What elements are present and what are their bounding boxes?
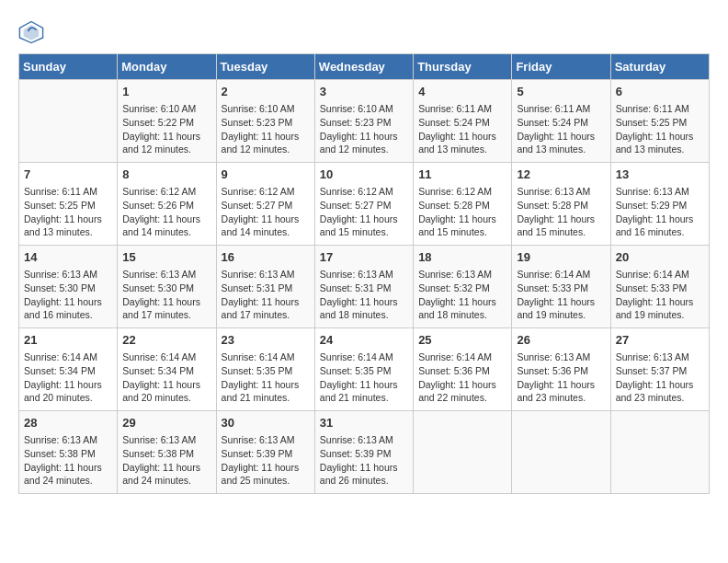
day-number: 12	[517, 167, 605, 183]
day-info: Sunrise: 6:13 AM Sunset: 5:32 PM Dayligh…	[418, 268, 506, 322]
calendar-cell: 18Sunrise: 6:13 AM Sunset: 5:32 PM Dayli…	[414, 246, 512, 328]
day-number: 11	[418, 167, 506, 183]
calendar-cell: 29Sunrise: 6:13 AM Sunset: 5:38 PM Dayli…	[118, 411, 216, 494]
calendar-cell: 11Sunrise: 6:12 AM Sunset: 5:28 PM Dayli…	[414, 163, 512, 246]
calendar-cell: 7Sunrise: 6:11 AM Sunset: 5:25 PM Daylig…	[19, 163, 118, 246]
day-number: 13	[616, 167, 704, 183]
column-header-wednesday: Wednesday	[314, 54, 413, 80]
day-number: 18	[418, 249, 506, 266]
calendar-cell: 21Sunrise: 6:14 AM Sunset: 5:34 PM Dayli…	[19, 328, 118, 411]
day-number: 22	[122, 332, 210, 349]
calendar-week-row: 14Sunrise: 6:13 AM Sunset: 5:30 PM Dayli…	[19, 246, 710, 328]
day-number: 23	[222, 332, 310, 349]
calendar-cell: 13Sunrise: 6:13 AM Sunset: 5:29 PM Dayli…	[610, 163, 709, 246]
day-info: Sunrise: 6:13 AM Sunset: 5:38 PM Dayligh…	[24, 433, 112, 488]
day-info: Sunrise: 6:11 AM Sunset: 5:25 PM Dayligh…	[24, 185, 112, 239]
day-number: 24	[320, 332, 408, 349]
column-header-sunday: Sunday	[19, 54, 118, 80]
day-info: Sunrise: 6:14 AM Sunset: 5:36 PM Dayligh…	[418, 350, 506, 405]
calendar-table: SundayMondayTuesdayWednesdayThursdayFrid…	[18, 53, 710, 494]
day-number: 19	[517, 249, 605, 266]
day-number: 28	[24, 415, 112, 431]
day-number: 2	[222, 84, 310, 100]
day-info: Sunrise: 6:12 AM Sunset: 5:26 PM Dayligh…	[122, 185, 210, 239]
day-info: Sunrise: 6:13 AM Sunset: 5:38 PM Dayligh…	[122, 433, 210, 488]
calendar-cell: 22Sunrise: 6:14 AM Sunset: 5:34 PM Dayli…	[118, 328, 216, 411]
calendar-cell	[19, 80, 118, 163]
day-info: Sunrise: 6:11 AM Sunset: 5:24 PM Dayligh…	[517, 102, 605, 156]
day-info: Sunrise: 6:10 AM Sunset: 5:23 PM Dayligh…	[320, 102, 408, 156]
day-info: Sunrise: 6:13 AM Sunset: 5:30 PM Dayligh…	[122, 268, 210, 322]
calendar-cell: 26Sunrise: 6:13 AM Sunset: 5:36 PM Dayli…	[512, 328, 610, 411]
day-info: Sunrise: 6:13 AM Sunset: 5:31 PM Dayligh…	[320, 268, 408, 322]
day-info: Sunrise: 6:11 AM Sunset: 5:24 PM Dayligh…	[418, 102, 506, 156]
day-info: Sunrise: 6:14 AM Sunset: 5:33 PM Dayligh…	[616, 268, 704, 322]
day-info: Sunrise: 6:13 AM Sunset: 5:31 PM Dayligh…	[222, 268, 310, 322]
calendar-cell: 6Sunrise: 6:11 AM Sunset: 5:25 PM Daylig…	[610, 80, 709, 163]
day-number: 7	[24, 167, 112, 183]
calendar-week-row: 21Sunrise: 6:14 AM Sunset: 5:34 PM Dayli…	[19, 328, 710, 411]
page-header	[18, 18, 710, 44]
day-info: Sunrise: 6:14 AM Sunset: 5:34 PM Dayligh…	[24, 350, 112, 405]
day-number: 3	[320, 84, 408, 100]
calendar-cell: 5Sunrise: 6:11 AM Sunset: 5:24 PM Daylig…	[512, 80, 610, 163]
calendar-cell: 14Sunrise: 6:13 AM Sunset: 5:30 PM Dayli…	[19, 246, 118, 328]
calendar-week-row: 7Sunrise: 6:11 AM Sunset: 5:25 PM Daylig…	[19, 163, 710, 246]
day-number: 14	[24, 249, 112, 266]
day-info: Sunrise: 6:14 AM Sunset: 5:34 PM Dayligh…	[122, 350, 210, 405]
logo	[18, 18, 48, 44]
day-number: 4	[418, 84, 506, 100]
column-header-tuesday: Tuesday	[216, 54, 314, 80]
day-number: 9	[222, 167, 310, 183]
calendar-cell: 4Sunrise: 6:11 AM Sunset: 5:24 PM Daylig…	[414, 80, 512, 163]
day-number: 8	[122, 167, 210, 183]
calendar-header-row: SundayMondayTuesdayWednesdayThursdayFrid…	[19, 54, 710, 80]
day-info: Sunrise: 6:14 AM Sunset: 5:35 PM Dayligh…	[320, 350, 408, 405]
day-number: 25	[418, 332, 506, 349]
calendar-cell: 24Sunrise: 6:14 AM Sunset: 5:35 PM Dayli…	[314, 328, 413, 411]
day-info: Sunrise: 6:12 AM Sunset: 5:27 PM Dayligh…	[320, 185, 408, 239]
day-info: Sunrise: 6:13 AM Sunset: 5:29 PM Dayligh…	[616, 185, 704, 239]
calendar-cell: 12Sunrise: 6:13 AM Sunset: 5:28 PM Dayli…	[512, 163, 610, 246]
day-number: 1	[122, 84, 210, 100]
day-info: Sunrise: 6:14 AM Sunset: 5:33 PM Dayligh…	[517, 268, 605, 322]
day-number: 16	[222, 249, 310, 266]
day-number: 20	[616, 249, 704, 266]
day-number: 10	[320, 167, 408, 183]
day-number: 15	[122, 249, 210, 266]
day-number: 31	[320, 415, 408, 431]
calendar-cell: 20Sunrise: 6:14 AM Sunset: 5:33 PM Dayli…	[610, 246, 709, 328]
day-number: 26	[517, 332, 605, 349]
day-number: 29	[122, 415, 210, 431]
column-header-saturday: Saturday	[610, 54, 709, 80]
day-info: Sunrise: 6:13 AM Sunset: 5:37 PM Dayligh…	[616, 350, 704, 405]
calendar-cell: 27Sunrise: 6:13 AM Sunset: 5:37 PM Dayli…	[610, 328, 709, 411]
calendar-cell: 19Sunrise: 6:14 AM Sunset: 5:33 PM Dayli…	[512, 246, 610, 328]
day-info: Sunrise: 6:10 AM Sunset: 5:22 PM Dayligh…	[122, 102, 210, 156]
day-info: Sunrise: 6:11 AM Sunset: 5:25 PM Dayligh…	[616, 102, 704, 156]
day-number: 30	[222, 415, 310, 431]
day-number: 21	[24, 332, 112, 349]
calendar-week-row: 28Sunrise: 6:13 AM Sunset: 5:38 PM Dayli…	[19, 411, 710, 494]
day-info: Sunrise: 6:13 AM Sunset: 5:36 PM Dayligh…	[517, 350, 605, 405]
day-info: Sunrise: 6:13 AM Sunset: 5:39 PM Dayligh…	[320, 433, 408, 488]
calendar-cell: 17Sunrise: 6:13 AM Sunset: 5:31 PM Dayli…	[314, 246, 413, 328]
column-header-thursday: Thursday	[414, 54, 512, 80]
day-number: 17	[320, 249, 408, 266]
calendar-cell: 31Sunrise: 6:13 AM Sunset: 5:39 PM Dayli…	[314, 411, 413, 494]
calendar-cell: 8Sunrise: 6:12 AM Sunset: 5:26 PM Daylig…	[118, 163, 216, 246]
calendar-week-row: 1Sunrise: 6:10 AM Sunset: 5:22 PM Daylig…	[19, 80, 710, 163]
calendar-cell: 9Sunrise: 6:12 AM Sunset: 5:27 PM Daylig…	[216, 163, 314, 246]
day-info: Sunrise: 6:12 AM Sunset: 5:27 PM Dayligh…	[222, 185, 310, 239]
calendar-cell	[610, 411, 709, 494]
calendar-cell: 30Sunrise: 6:13 AM Sunset: 5:39 PM Dayli…	[216, 411, 314, 494]
day-info: Sunrise: 6:14 AM Sunset: 5:35 PM Dayligh…	[222, 350, 310, 405]
column-header-monday: Monday	[118, 54, 216, 80]
calendar-cell: 23Sunrise: 6:14 AM Sunset: 5:35 PM Dayli…	[216, 328, 314, 411]
day-number: 6	[616, 84, 704, 100]
calendar-cell: 16Sunrise: 6:13 AM Sunset: 5:31 PM Dayli…	[216, 246, 314, 328]
calendar-cell: 1Sunrise: 6:10 AM Sunset: 5:22 PM Daylig…	[118, 80, 216, 163]
day-number: 5	[517, 84, 605, 100]
calendar-cell: 2Sunrise: 6:10 AM Sunset: 5:23 PM Daylig…	[216, 80, 314, 163]
day-info: Sunrise: 6:12 AM Sunset: 5:28 PM Dayligh…	[418, 185, 506, 239]
